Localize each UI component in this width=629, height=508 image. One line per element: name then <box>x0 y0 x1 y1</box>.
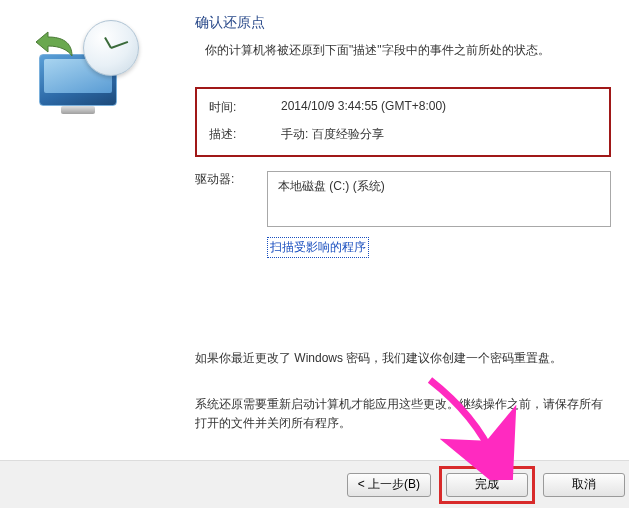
drives-label: 驱动器: <box>195 171 267 188</box>
page-title: 确认还原点 <box>195 14 611 32</box>
scan-affected-link[interactable]: 扫描受影响的程序 <box>267 237 369 258</box>
wizard-footer: < 上一步(B) 完成 取消 <box>0 460 629 508</box>
drives-list[interactable]: 本地磁盘 (C:) (系统) <box>267 171 611 227</box>
finish-button[interactable]: 完成 <box>446 473 528 497</box>
time-value: 2014/10/9 3:44:55 (GMT+8:00) <box>281 99 597 116</box>
restore-point-info: 时间: 2014/10/9 3:44:55 (GMT+8:00) 描述: 手动:… <box>195 87 611 157</box>
password-note: 如果你最近更改了 Windows 密码，我们建议你创建一个密码重置盘。 <box>195 350 611 367</box>
back-button[interactable]: < 上一步(B) <box>347 473 431 497</box>
restart-note: 系统还原需要重新启动计算机才能应用这些更改。继续操作之前，请保存所有打开的文件并… <box>195 395 611 433</box>
desc-value: 手动: 百度经验分享 <box>281 126 597 143</box>
wizard-content: 确认还原点 你的计算机将被还原到下面"描述"字段中的事件之前所处的状态。 时间:… <box>175 0 629 460</box>
drive-item[interactable]: 本地磁盘 (C:) (系统) <box>278 178 600 195</box>
page-subtitle: 你的计算机将被还原到下面"描述"字段中的事件之前所处的状态。 <box>205 42 611 59</box>
wizard-icon-pane <box>0 0 175 460</box>
finish-highlight: 完成 <box>439 466 535 504</box>
back-arrow-icon <box>33 28 75 58</box>
desc-label: 描述: <box>209 126 281 143</box>
time-label: 时间: <box>209 99 281 116</box>
cancel-button[interactable]: 取消 <box>543 473 625 497</box>
clock-icon <box>83 20 139 76</box>
system-restore-icon <box>33 20 143 120</box>
